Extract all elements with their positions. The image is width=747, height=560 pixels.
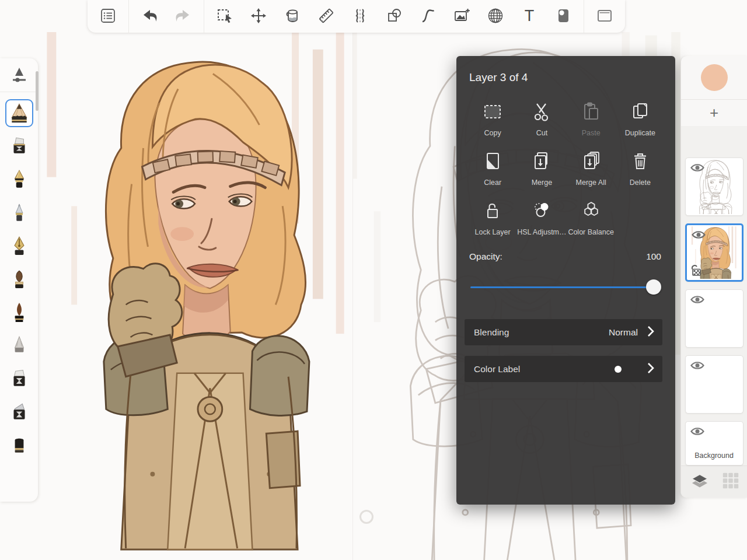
layers-stack-icon bbox=[689, 472, 710, 491]
redo-button[interactable] bbox=[166, 4, 200, 29]
opacity-slider-track[interactable] bbox=[470, 286, 659, 288]
brush-chisel-marker[interactable] bbox=[5, 365, 33, 393]
opacity-value: 100 bbox=[646, 251, 661, 262]
brush-pointed[interactable] bbox=[5, 299, 33, 327]
ruler-icon bbox=[317, 7, 335, 26]
lock-layer-action[interactable]: Lock Layer bbox=[468, 201, 517, 236]
add-image-icon bbox=[453, 7, 470, 26]
undo-button[interactable] bbox=[132, 4, 166, 29]
brush-charcoal[interactable] bbox=[5, 332, 33, 360]
layer-card-background[interactable]: Background bbox=[685, 421, 743, 466]
color-balance-hexagons-icon bbox=[580, 201, 603, 223]
layers-panel-footer bbox=[681, 466, 747, 498]
text-tool[interactable]: T bbox=[512, 4, 546, 29]
add-layer-button[interactable]: + bbox=[681, 100, 747, 126]
opacity-slider-thumb[interactable] bbox=[646, 279, 661, 295]
text-t-icon: T bbox=[521, 7, 538, 26]
current-color-swatch bbox=[701, 64, 728, 91]
layer-card-empty[interactable] bbox=[685, 355, 743, 414]
brush-size-button[interactable] bbox=[0, 58, 38, 92]
merge-action[interactable]: Merge bbox=[517, 151, 566, 187]
layers-panel: + bbox=[680, 56, 747, 498]
alpha-lock-icon bbox=[690, 264, 702, 276]
canvas-panel-button[interactable] bbox=[588, 4, 622, 29]
charcoal-icon bbox=[9, 335, 30, 358]
brush-toolbar bbox=[0, 58, 38, 502]
layer-card-sketch[interactable] bbox=[685, 158, 743, 216]
menu-button[interactable] bbox=[91, 4, 125, 29]
opacity-slider[interactable] bbox=[470, 279, 659, 295]
clipboard-icon bbox=[580, 102, 603, 124]
top-toolbar: T bbox=[88, 0, 625, 33]
pointed-brush-icon bbox=[9, 302, 30, 324]
symmetry-icon bbox=[351, 7, 369, 26]
delete-action[interactable]: Delete bbox=[616, 151, 665, 187]
layer-card-empty[interactable] bbox=[685, 289, 743, 348]
symmetry-tool[interactable] bbox=[343, 4, 377, 29]
chevron-right-icon bbox=[647, 326, 654, 340]
grid-icon bbox=[722, 472, 739, 491]
scissors-icon bbox=[530, 102, 553, 124]
brush-ballpoint[interactable] bbox=[5, 199, 33, 227]
canvas-panel-icon bbox=[596, 7, 613, 26]
merge-all-action[interactable]: Merge All bbox=[567, 151, 616, 187]
brush-angled-marker[interactable] bbox=[5, 398, 33, 426]
brush-airbrush[interactable] bbox=[5, 166, 33, 194]
perspective-tool[interactable] bbox=[479, 4, 512, 29]
paint-bucket-icon bbox=[284, 7, 301, 26]
layer-actions-grid: Copy Cut Paste Duplicate Clear Merge bbox=[468, 102, 665, 236]
flat-marker-icon bbox=[9, 135, 30, 158]
padlock-icon bbox=[481, 201, 504, 223]
split-view-handle[interactable] bbox=[359, 510, 374, 524]
color-label-dot bbox=[615, 366, 622, 373]
hsl-adjustment-action[interactable]: HSL Adjustm… bbox=[517, 201, 566, 236]
ballpoint-pen-icon bbox=[9, 202, 30, 225]
visibility-eye-icon[interactable] bbox=[690, 295, 704, 304]
shape-tool[interactable] bbox=[377, 4, 411, 29]
layers-view-button[interactable] bbox=[689, 472, 710, 491]
add-image-tool[interactable] bbox=[445, 4, 479, 29]
layer-list: Background bbox=[681, 126, 747, 466]
transform-arrows-icon bbox=[250, 7, 267, 26]
color-balance-action[interactable]: Color Balance bbox=[567, 201, 616, 236]
clear-action[interactable]: Clear bbox=[468, 151, 517, 187]
blending-row[interactable]: Blending Normal bbox=[465, 319, 662, 345]
ruler-tool[interactable] bbox=[309, 4, 343, 29]
brush-toolbar-scrollbar[interactable] bbox=[36, 71, 39, 111]
background-layer-label: Background bbox=[686, 452, 743, 460]
duplicate-action[interactable]: Duplicate bbox=[616, 102, 665, 137]
grid-view-button[interactable] bbox=[722, 472, 739, 491]
rect-select-tool[interactable] bbox=[208, 4, 242, 29]
transform-tool[interactable] bbox=[242, 4, 275, 29]
color-swatch-button[interactable] bbox=[681, 56, 747, 100]
round-brush-icon bbox=[9, 268, 30, 291]
layer-menu-title: Layer 3 of 4 bbox=[469, 71, 665, 84]
airbrush-icon bbox=[9, 169, 30, 191]
copy-action[interactable]: Copy bbox=[468, 102, 517, 137]
corner-pin-tool[interactable] bbox=[546, 4, 580, 29]
merge-all-icon bbox=[580, 151, 603, 174]
fill-tool[interactable] bbox=[275, 4, 309, 29]
visibility-eye-icon[interactable] bbox=[690, 163, 704, 173]
undo-arrow-icon bbox=[141, 7, 158, 26]
redo-arrow-icon bbox=[174, 7, 192, 26]
trash-icon bbox=[629, 151, 652, 174]
visibility-eye-icon[interactable] bbox=[692, 230, 706, 240]
brush-pencil[interactable] bbox=[5, 99, 33, 127]
cut-action[interactable]: Cut bbox=[517, 102, 566, 137]
brush-fountain-nib[interactable] bbox=[5, 232, 33, 260]
paste-action[interactable]: Paste bbox=[567, 102, 616, 137]
color-label-label: Color Label bbox=[474, 364, 520, 374]
chisel-marker-icon bbox=[9, 368, 30, 391]
brush-round[interactable] bbox=[5, 265, 33, 293]
visibility-eye-icon[interactable] bbox=[690, 360, 704, 370]
copy-selection-icon bbox=[481, 102, 504, 124]
layer-card-painted-selected[interactable] bbox=[685, 223, 743, 282]
brush-eraser[interactable] bbox=[5, 432, 33, 460]
brush-flat-marker[interactable] bbox=[5, 132, 33, 160]
stroke-curve-tool[interactable] bbox=[411, 4, 445, 29]
visibility-eye-icon[interactable] bbox=[690, 426, 704, 436]
color-label-row[interactable]: Color Label bbox=[465, 356, 662, 382]
perspective-globe-icon bbox=[487, 7, 504, 26]
menu-list-icon bbox=[99, 7, 117, 26]
